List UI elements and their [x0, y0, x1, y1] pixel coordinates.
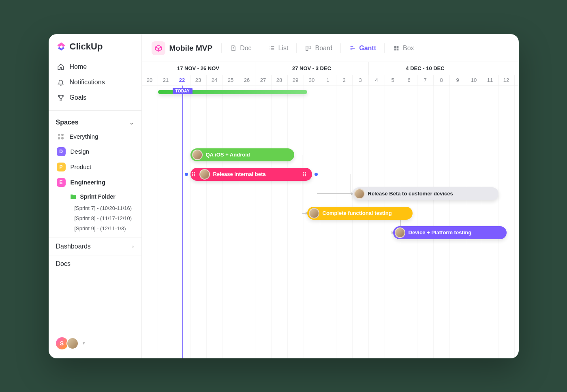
- svg-rect-0: [306, 46, 308, 50]
- gantt-bar-functional[interactable]: Complete functional testing: [307, 207, 413, 220]
- tab-doc[interactable]: Doc: [227, 43, 254, 54]
- bar-label: Release Beta to customer devices: [368, 191, 453, 197]
- sidebar-item-everything[interactable]: Everything: [53, 129, 137, 144]
- gantt-bar-release-cust[interactable]: Release Beta to customer devices: [353, 187, 499, 200]
- engineering-children: Sprint Folder [Sprint 7] - (10/20-11/16)…: [53, 190, 137, 233]
- gantt-bar-release-beta[interactable]: Release internal beta: [190, 168, 312, 181]
- milestone-dot[interactable]: [185, 173, 188, 176]
- day-cell[interactable]: 29: [288, 75, 304, 86]
- space-badge: E: [57, 178, 66, 187]
- main-content: Mobile MVP Doc List Board Gantt: [142, 34, 519, 358]
- day-cell[interactable]: 9: [450, 75, 466, 86]
- nav-notifications[interactable]: Notifications: [53, 75, 137, 90]
- svg-rect-3: [397, 46, 399, 48]
- tab-label: Box: [403, 45, 414, 52]
- day-cell[interactable]: 4: [369, 75, 385, 86]
- svg-rect-4: [394, 48, 396, 50]
- folder-icon: [70, 193, 77, 200]
- divider: [340, 43, 341, 53]
- tab-list[interactable]: List: [266, 43, 291, 54]
- nav-goals[interactable]: Goals: [53, 90, 137, 105]
- day-cell[interactable]: 12: [499, 75, 515, 86]
- gantt-icon: [349, 45, 356, 52]
- dependency-connector: [317, 174, 351, 194]
- sidebar-item-design[interactable]: D Design: [53, 144, 137, 159]
- project-name: Mobile MVP: [169, 44, 213, 53]
- divider: [221, 43, 222, 53]
- day-cell[interactable]: 21: [158, 75, 174, 86]
- svg-rect-5: [397, 48, 399, 50]
- folder-label: Sprint Folder: [80, 193, 116, 200]
- space-list: Everything D Design P Product E Engineer…: [49, 129, 141, 233]
- assignee-avatar[interactable]: [192, 150, 203, 160]
- dashboards-section[interactable]: Dashboards ›: [49, 238, 141, 255]
- space-label: Everything: [70, 133, 98, 140]
- logo-icon: [56, 41, 66, 52]
- tab-gantt[interactable]: Gantt: [347, 43, 379, 54]
- range-cell: 17 NOV - 26 NOV: [142, 62, 255, 75]
- day-cell[interactable]: 3: [353, 75, 369, 86]
- day-cell[interactable]: 7: [417, 75, 434, 86]
- day-cell[interactable]: 2: [336, 75, 353, 86]
- trophy-icon: [57, 94, 65, 102]
- divider: [260, 43, 260, 53]
- day-cell[interactable]: 30: [304, 75, 320, 86]
- sprint-item[interactable]: [Sprint 8] - (11/17-12/10): [66, 213, 137, 223]
- assignee-avatar[interactable]: [354, 189, 365, 199]
- sprint-item[interactable]: [Sprint 9] - (12/11-1/3): [66, 223, 137, 233]
- range-cell: 27 NOV - 3 DEC: [255, 62, 369, 75]
- day-row: 2021222324252627282930123456789101112: [142, 75, 519, 86]
- space-label: Design: [71, 148, 90, 155]
- user-menu[interactable]: S ▾: [49, 332, 141, 354]
- day-cell[interactable]: 25: [223, 75, 239, 86]
- app-logo[interactable]: ClickUp: [49, 41, 141, 59]
- day-cell[interactable]: 27: [255, 75, 272, 86]
- tab-board[interactable]: Board: [302, 43, 335, 54]
- day-cell[interactable]: 8: [434, 75, 450, 86]
- docs-section[interactable]: Docs: [49, 255, 141, 272]
- assignee-avatar[interactable]: [199, 169, 210, 180]
- milestone-dot[interactable]: [315, 173, 318, 176]
- day-cell[interactable]: 11: [482, 75, 499, 86]
- day-cell[interactable]: 28: [272, 75, 288, 86]
- gantt-bar-device-test[interactable]: Device + Platform testing: [393, 226, 507, 239]
- tab-box[interactable]: Box: [390, 43, 417, 54]
- gantt-view[interactable]: 17 NOV - 26 NOV27 NOV - 3 DEC4 DEC - 10 …: [142, 62, 519, 358]
- drag-handle-icon[interactable]: [303, 172, 307, 176]
- day-cell[interactable]: 23: [190, 75, 207, 86]
- dependency-connector: [302, 213, 306, 214]
- nav-home[interactable]: Home: [53, 59, 137, 75]
- space-badge: P: [57, 163, 66, 171]
- day-cell[interactable]: 24: [207, 75, 223, 86]
- space-label: Product: [71, 163, 92, 170]
- sidebar-bottom: Dashboards › Docs: [49, 238, 141, 272]
- gantt-bar-qa[interactable]: QA iOS + Android: [190, 148, 294, 161]
- gantt-body[interactable]: QA iOS + AndroidRelease internal betaRel…: [142, 86, 519, 358]
- sprint-item[interactable]: [Sprint 7] - (10/20-11/16): [66, 203, 137, 213]
- spaces-header[interactable]: Spaces ⌄: [49, 116, 141, 129]
- sprint-folder[interactable]: Sprint Folder: [66, 190, 137, 203]
- space-badge: D: [57, 147, 66, 156]
- day-cell[interactable]: 5: [385, 75, 401, 86]
- dashboards-label: Dashboards: [56, 243, 91, 250]
- day-cell[interactable]: 26: [239, 75, 255, 86]
- box-icon: [393, 45, 400, 52]
- range-cell: 4 DEC - 10 DEC: [369, 62, 482, 75]
- svg-rect-1: [309, 46, 311, 49]
- day-cell[interactable]: 1: [320, 75, 336, 86]
- drag-handle-icon[interactable]: [192, 172, 196, 176]
- bar-label: Release internal beta: [213, 171, 266, 177]
- day-cell[interactable]: 22: [174, 75, 190, 86]
- assignee-avatar[interactable]: [309, 208, 319, 218]
- sidebar-item-engineering[interactable]: E Engineering: [53, 175, 137, 190]
- day-cell[interactable]: 6: [401, 75, 417, 86]
- nav-label: Notifications: [70, 79, 105, 86]
- sidebar-item-product[interactable]: P Product: [53, 159, 137, 175]
- bar-label: QA iOS + Android: [206, 152, 250, 158]
- day-cell[interactable]: 10: [466, 75, 482, 86]
- project-title[interactable]: Mobile MVP: [148, 40, 216, 57]
- day-cell[interactable]: 20: [142, 75, 158, 86]
- assignee-avatar[interactable]: [395, 227, 405, 238]
- today-line: [182, 86, 183, 358]
- bar-label: Complete functional testing: [323, 210, 392, 216]
